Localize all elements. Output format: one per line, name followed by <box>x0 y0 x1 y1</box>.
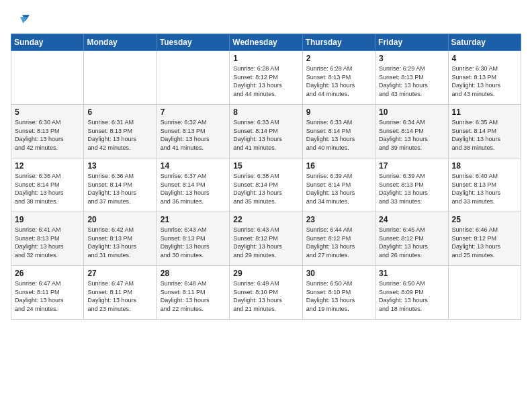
calendar-cell: 2Sunrise: 6:28 AM Sunset: 8:13 PM Daylig… <box>302 51 375 105</box>
day-info: Sunrise: 6:30 AM Sunset: 8:13 PM Dayligh… <box>452 64 517 98</box>
day-info: Sunrise: 6:38 AM Sunset: 8:14 PM Dayligh… <box>233 172 298 205</box>
day-info: Sunrise: 6:39 AM Sunset: 8:14 PM Dayligh… <box>306 172 371 205</box>
day-number: 28 <box>161 269 226 278</box>
calendar-week-3: 12Sunrise: 6:36 AM Sunset: 8:14 PM Dayli… <box>11 158 521 212</box>
calendar-cell: 6Sunrise: 6:31 AM Sunset: 8:13 PM Daylig… <box>84 105 157 158</box>
calendar-cell: 13Sunrise: 6:36 AM Sunset: 8:14 PM Dayli… <box>84 158 157 212</box>
day-info: Sunrise: 6:50 AM Sunset: 8:10 PM Dayligh… <box>306 279 371 313</box>
day-number: 14 <box>161 161 226 171</box>
day-info: Sunrise: 6:33 AM Sunset: 8:14 PM Dayligh… <box>306 118 371 152</box>
logo-icon <box>11 11 30 30</box>
logo <box>11 11 32 30</box>
svg-marker-1 <box>20 17 28 23</box>
day-number: 20 <box>87 215 152 224</box>
day-info: Sunrise: 6:37 AM Sunset: 8:14 PM Dayligh… <box>161 172 226 205</box>
calendar-cell: 20Sunrise: 6:42 AM Sunset: 8:13 PM Dayli… <box>84 212 157 266</box>
day-number: 6 <box>87 107 152 117</box>
day-number: 9 <box>306 107 371 117</box>
day-info: Sunrise: 6:40 AM Sunset: 8:13 PM Dayligh… <box>452 172 517 205</box>
calendar-cell: 21Sunrise: 6:43 AM Sunset: 8:13 PM Dayli… <box>157 212 229 266</box>
calendar-cell: 29Sunrise: 6:49 AM Sunset: 8:10 PM Dayli… <box>230 266 302 320</box>
day-number: 1 <box>233 54 298 63</box>
day-number: 5 <box>15 107 80 117</box>
day-info: Sunrise: 6:50 AM Sunset: 8:09 PM Dayligh… <box>379 279 444 313</box>
calendar-cell <box>448 266 521 320</box>
day-number: 25 <box>452 215 517 224</box>
calendar-cell: 10Sunrise: 6:34 AM Sunset: 8:14 PM Dayli… <box>375 105 448 158</box>
day-number: 10 <box>379 107 444 117</box>
day-number: 24 <box>379 215 444 224</box>
calendar-cell: 15Sunrise: 6:38 AM Sunset: 8:14 PM Dayli… <box>230 158 302 212</box>
day-number: 19 <box>15 215 80 224</box>
day-header-monday: Monday <box>84 34 157 51</box>
day-number: 18 <box>452 161 517 171</box>
calendar-body: 1Sunrise: 6:28 AM Sunset: 8:12 PM Daylig… <box>11 51 521 320</box>
day-info: Sunrise: 6:42 AM Sunset: 8:13 PM Dayligh… <box>87 226 152 259</box>
day-number: 29 <box>233 269 298 278</box>
calendar-cell: 27Sunrise: 6:47 AM Sunset: 8:11 PM Dayli… <box>84 266 157 320</box>
calendar-cell: 28Sunrise: 6:48 AM Sunset: 8:11 PM Dayli… <box>157 266 229 320</box>
day-info: Sunrise: 6:32 AM Sunset: 8:13 PM Dayligh… <box>161 118 226 152</box>
day-info: Sunrise: 6:47 AM Sunset: 8:11 PM Dayligh… <box>15 279 80 313</box>
day-info: Sunrise: 6:29 AM Sunset: 8:13 PM Dayligh… <box>379 64 444 98</box>
calendar-cell: 4Sunrise: 6:30 AM Sunset: 8:13 PM Daylig… <box>448 51 521 105</box>
day-header-wednesday: Wednesday <box>230 34 302 51</box>
day-info: Sunrise: 6:34 AM Sunset: 8:14 PM Dayligh… <box>379 118 444 152</box>
day-header-thursday: Thursday <box>302 34 375 51</box>
day-number: 3 <box>379 54 444 63</box>
day-info: Sunrise: 6:47 AM Sunset: 8:11 PM Dayligh… <box>87 279 152 313</box>
calendar-cell: 31Sunrise: 6:50 AM Sunset: 8:09 PM Dayli… <box>375 266 448 320</box>
day-info: Sunrise: 6:43 AM Sunset: 8:12 PM Dayligh… <box>233 226 298 259</box>
calendar-header: SundayMondayTuesdayWednesdayThursdayFrid… <box>11 34 521 51</box>
calendar-cell: 3Sunrise: 6:29 AM Sunset: 8:13 PM Daylig… <box>375 51 448 105</box>
day-info: Sunrise: 6:33 AM Sunset: 8:14 PM Dayligh… <box>233 118 298 152</box>
calendar-cell: 8Sunrise: 6:33 AM Sunset: 8:14 PM Daylig… <box>230 105 302 158</box>
day-number: 4 <box>452 54 517 63</box>
day-number: 21 <box>161 215 226 224</box>
day-info: Sunrise: 6:39 AM Sunset: 8:13 PM Dayligh… <box>379 172 444 205</box>
day-info: Sunrise: 6:31 AM Sunset: 8:13 PM Dayligh… <box>87 118 152 152</box>
day-info: Sunrise: 6:46 AM Sunset: 8:12 PM Dayligh… <box>452 226 517 259</box>
calendar-cell: 25Sunrise: 6:46 AM Sunset: 8:12 PM Dayli… <box>448 212 521 266</box>
day-number: 27 <box>87 269 152 278</box>
calendar-cell: 9Sunrise: 6:33 AM Sunset: 8:14 PM Daylig… <box>302 105 375 158</box>
calendar-cell: 24Sunrise: 6:45 AM Sunset: 8:12 PM Dayli… <box>375 212 448 266</box>
header-row: SundayMondayTuesdayWednesdayThursdayFrid… <box>11 34 521 51</box>
day-number: 16 <box>306 161 371 171</box>
day-number: 30 <box>306 269 371 278</box>
day-info: Sunrise: 6:49 AM Sunset: 8:10 PM Dayligh… <box>233 279 298 313</box>
calendar-cell: 30Sunrise: 6:50 AM Sunset: 8:10 PM Dayli… <box>302 266 375 320</box>
calendar-cell: 16Sunrise: 6:39 AM Sunset: 8:14 PM Dayli… <box>302 158 375 212</box>
day-number: 7 <box>161 107 226 117</box>
calendar-cell: 5Sunrise: 6:30 AM Sunset: 8:13 PM Daylig… <box>11 105 84 158</box>
day-number: 15 <box>233 161 298 171</box>
calendar-cell: 17Sunrise: 6:39 AM Sunset: 8:13 PM Dayli… <box>375 158 448 212</box>
calendar-cell: 7Sunrise: 6:32 AM Sunset: 8:13 PM Daylig… <box>157 105 229 158</box>
calendar-cell: 1Sunrise: 6:28 AM Sunset: 8:12 PM Daylig… <box>230 51 302 105</box>
day-info: Sunrise: 6:44 AM Sunset: 8:12 PM Dayligh… <box>306 226 371 259</box>
calendar-cell: 22Sunrise: 6:43 AM Sunset: 8:12 PM Dayli… <box>230 212 302 266</box>
day-header-friday: Friday <box>375 34 448 51</box>
day-number: 22 <box>233 215 298 224</box>
day-number: 2 <box>306 54 371 63</box>
calendar-week-4: 19Sunrise: 6:41 AM Sunset: 8:13 PM Dayli… <box>11 212 521 266</box>
calendar-cell: 12Sunrise: 6:36 AM Sunset: 8:14 PM Dayli… <box>11 158 84 212</box>
day-info: Sunrise: 6:48 AM Sunset: 8:11 PM Dayligh… <box>161 279 226 313</box>
calendar-cell: 19Sunrise: 6:41 AM Sunset: 8:13 PM Dayli… <box>11 212 84 266</box>
day-info: Sunrise: 6:45 AM Sunset: 8:12 PM Dayligh… <box>379 226 444 259</box>
day-info: Sunrise: 6:41 AM Sunset: 8:13 PM Dayligh… <box>15 226 80 259</box>
day-number: 31 <box>379 269 444 278</box>
calendar-week-1: 1Sunrise: 6:28 AM Sunset: 8:12 PM Daylig… <box>11 51 521 105</box>
calendar-cell <box>11 51 84 105</box>
page-header <box>11 11 521 30</box>
calendar-cell: 23Sunrise: 6:44 AM Sunset: 8:12 PM Dayli… <box>302 212 375 266</box>
day-number: 8 <box>233 107 298 117</box>
day-info: Sunrise: 6:35 AM Sunset: 8:14 PM Dayligh… <box>452 118 517 152</box>
calendar-cell <box>157 51 229 105</box>
day-info: Sunrise: 6:30 AM Sunset: 8:13 PM Dayligh… <box>15 118 80 152</box>
calendar-cell: 11Sunrise: 6:35 AM Sunset: 8:14 PM Dayli… <box>448 105 521 158</box>
day-info: Sunrise: 6:36 AM Sunset: 8:14 PM Dayligh… <box>15 172 80 205</box>
day-header-sunday: Sunday <box>11 34 84 51</box>
calendar-table: SundayMondayTuesdayWednesdayThursdayFrid… <box>11 34 521 320</box>
day-header-saturday: Saturday <box>448 34 521 51</box>
